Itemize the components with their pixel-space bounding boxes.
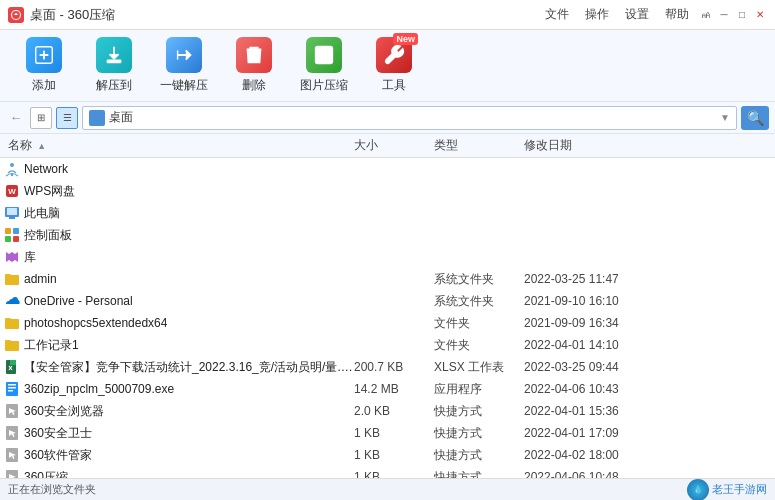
- file-name-text: 360安全卫士: [24, 425, 92, 442]
- window-minimize[interactable]: ─: [717, 8, 731, 22]
- sort-name-icon: ▲: [37, 141, 46, 151]
- file-icon: [4, 161, 20, 177]
- search-button[interactable]: 🔍: [741, 106, 769, 130]
- tool-imgzip-label: 图片压缩: [300, 77, 348, 94]
- col-header-type[interactable]: 类型: [434, 137, 524, 154]
- file-type: 快捷方式: [434, 469, 524, 479]
- file-icon: [4, 447, 20, 463]
- column-headers: 名称 ▲ 大小 类型 修改日期: [0, 134, 775, 158]
- view-list[interactable]: ☰: [56, 107, 78, 129]
- svg-rect-21: [8, 390, 13, 392]
- file-row[interactable]: 工作记录1文件夹2022-04-01 14:10: [0, 334, 775, 356]
- file-row[interactable]: 控制面板: [0, 224, 775, 246]
- file-name-text: 360安全浏览器: [24, 403, 104, 420]
- new-badge: New: [393, 33, 418, 45]
- svg-rect-12: [5, 228, 11, 234]
- tool-extract-label: 解压到: [96, 77, 132, 94]
- file-icon: W: [4, 183, 20, 199]
- file-row[interactable]: 360安全浏览器2.0 KB快捷方式2022-04-01 15:36: [0, 400, 775, 422]
- nav-back[interactable]: ←: [6, 108, 26, 128]
- tool-add-button[interactable]: 添加: [10, 34, 78, 98]
- file-row[interactable]: 360压缩1 KB快捷方式2022-04-06 10:48: [0, 466, 775, 478]
- tool-tools-label: 工具: [382, 77, 406, 94]
- file-size: 1 KB: [354, 470, 434, 478]
- tool-delete-button[interactable]: 删除: [220, 34, 288, 98]
- file-row[interactable]: Network: [0, 158, 775, 180]
- file-type: 文件夹: [434, 337, 524, 354]
- file-date: 2021-09-09 16:34: [524, 316, 775, 330]
- status-text: 正在在浏览文件夹: [8, 482, 96, 497]
- file-date: 2022-04-01 17:09: [524, 426, 775, 440]
- svg-rect-14: [5, 236, 11, 242]
- file-date: 2022-03-25 09:44: [524, 360, 775, 374]
- tool-extract-button[interactable]: 解压到: [80, 34, 148, 98]
- tool-imgzip-button[interactable]: 图片压缩: [290, 34, 358, 98]
- svg-rect-11: [7, 208, 17, 215]
- window-maximize[interactable]: □: [735, 8, 749, 22]
- file-date: 2021-09-10 16:10: [524, 294, 775, 308]
- tool-tools-button[interactable]: New 工具: [360, 34, 428, 98]
- tool-onekey-label: 一键解压: [160, 77, 208, 94]
- file-size: 1 KB: [354, 426, 434, 440]
- svg-point-6: [11, 174, 13, 176]
- file-icon: [4, 337, 20, 353]
- col-header-date[interactable]: 修改日期: [524, 137, 775, 154]
- file-icon: [4, 249, 20, 265]
- file-row[interactable]: photoshopcs5extendedx64文件夹2021-09-09 16:…: [0, 312, 775, 334]
- window-controls: 🗚 ─ □ ✕: [699, 6, 767, 23]
- file-icon: [4, 293, 20, 309]
- menu-help[interactable]: 帮助: [665, 6, 689, 23]
- file-icon: [4, 271, 20, 287]
- window-tray-icon[interactable]: 🗚: [699, 8, 713, 22]
- menu-settings[interactable]: 设置: [625, 6, 649, 23]
- view-grid[interactable]: ⊞: [30, 107, 52, 129]
- file-icon: [4, 425, 20, 441]
- file-name-text: 360压缩: [24, 469, 68, 479]
- file-date: 2022-03-25 11:47: [524, 272, 775, 286]
- path-box[interactable]: 桌面 ▼: [82, 106, 737, 130]
- file-type: 快捷方式: [434, 447, 524, 464]
- app-icon: [8, 7, 24, 23]
- file-row[interactable]: 库: [0, 246, 775, 268]
- svg-rect-17: [10, 360, 16, 365]
- path-dropdown-arrow[interactable]: ▼: [720, 112, 730, 123]
- file-name-text: 控制面板: [24, 227, 72, 244]
- file-name-text: 360软件管家: [24, 447, 92, 464]
- file-icon: [4, 315, 20, 331]
- file-row[interactable]: 360zip_npclm_5000709.exe14.2 MB应用程序2022-…: [0, 378, 775, 400]
- file-size: 1 KB: [354, 448, 434, 462]
- menu-file[interactable]: 文件: [545, 6, 569, 23]
- file-row[interactable]: 360软件管家1 KB快捷方式2022-04-02 18:00: [0, 444, 775, 466]
- file-type: 快捷方式: [434, 425, 524, 442]
- file-date: 2022-04-01 15:36: [524, 404, 775, 418]
- file-name-text: 库: [24, 249, 36, 266]
- file-size: 14.2 MB: [354, 382, 434, 396]
- tool-delete-label: 删除: [242, 77, 266, 94]
- tool-onekey-button[interactable]: 一键解压: [150, 34, 218, 98]
- tool-add-label: 添加: [32, 77, 56, 94]
- path-text: 桌面: [109, 109, 720, 126]
- file-type: 快捷方式: [434, 403, 524, 420]
- watermark: 💧 老王手游网: [687, 479, 767, 501]
- toolbar: 添加 解压到 一键解压 删除 图片压缩 New 工具: [0, 30, 775, 102]
- file-type: 系统文件夹: [434, 293, 524, 310]
- window-close[interactable]: ✕: [753, 8, 767, 22]
- file-row[interactable]: 【安全管家】竞争下载活动统计_2022.3.16_竞/活动员明/量.xlsx20…: [0, 356, 775, 378]
- file-row[interactable]: 360安全卫士1 KB快捷方式2022-04-01 17:09: [0, 422, 775, 444]
- file-name-text: OneDrive - Personal: [24, 294, 133, 308]
- file-name-text: 工作记录1: [24, 337, 79, 354]
- file-icon: [4, 469, 20, 478]
- file-icon: [4, 227, 20, 243]
- svg-rect-10: [9, 217, 15, 219]
- svg-rect-19: [8, 384, 16, 386]
- file-row[interactable]: 此电脑: [0, 202, 775, 224]
- col-header-size[interactable]: 大小: [354, 137, 434, 154]
- svg-rect-13: [13, 228, 19, 234]
- file-list[interactable]: NetworkWWPS网盘此电脑控制面板库admin系统文件夹2022-03-2…: [0, 158, 775, 478]
- file-row[interactable]: OneDrive - Personal系统文件夹2021-09-10 16:10: [0, 290, 775, 312]
- menu-operate[interactable]: 操作: [585, 6, 609, 23]
- file-row[interactable]: admin系统文件夹2022-03-25 11:47: [0, 268, 775, 290]
- file-row[interactable]: WWPS网盘: [0, 180, 775, 202]
- file-name-text: admin: [24, 272, 57, 286]
- col-header-name[interactable]: 名称 ▲: [4, 137, 354, 154]
